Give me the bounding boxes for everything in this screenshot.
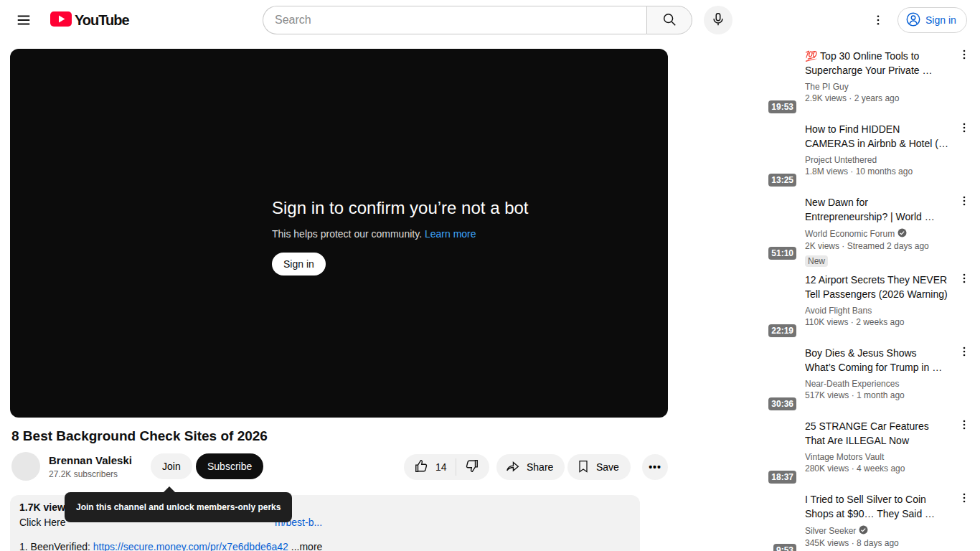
related-video-item[interactable]: 30:36 Boy Dies & Jesus Shows What’s Comi… bbox=[679, 346, 973, 413]
duration-badge: 13:25 bbox=[768, 174, 796, 187]
youtube-logo-text: YouTube bbox=[75, 12, 129, 29]
video-thumbnail[interactable]: 19:53 bbox=[679, 49, 799, 116]
related-channel-row[interactable]: Avoid Flight Bans bbox=[805, 306, 948, 316]
learn-more-link[interactable]: Learn more bbox=[425, 228, 476, 240]
signin-button[interactable]: Sign in bbox=[897, 7, 967, 33]
overlay-title: Sign in to confirm you’re not a bot bbox=[272, 198, 529, 218]
related-video-title[interactable]: 25 STRANGE Car Features That Are ILLEGAL… bbox=[805, 419, 948, 448]
topbar-kebab-icon[interactable] bbox=[870, 11, 887, 29]
related-channel-name: Avoid Flight Bans bbox=[805, 306, 872, 316]
save-button[interactable]: Save bbox=[567, 454, 631, 480]
duration-badge: 9:53 bbox=[773, 544, 796, 551]
related-channel-row[interactable]: World Economic Forum bbox=[805, 228, 948, 240]
related-video-item[interactable]: 22:19 12 Airport Secrets They NEVER Tell… bbox=[679, 273, 973, 340]
share-icon bbox=[505, 458, 521, 476]
view-count: 1.7K view bbox=[19, 501, 65, 513]
channel-avatar[interactable] bbox=[11, 452, 40, 481]
related-kebab-icon[interactable] bbox=[956, 419, 973, 436]
video-thumbnail[interactable]: 9:53 bbox=[679, 492, 799, 551]
video-thumbnail[interactable]: 13:25 bbox=[679, 122, 799, 189]
duration-badge: 30:36 bbox=[768, 397, 796, 410]
related-kebab-icon[interactable] bbox=[956, 492, 973, 509]
share-button[interactable]: Share bbox=[496, 454, 565, 480]
save-label: Save bbox=[596, 461, 619, 473]
channel-name[interactable]: Brennan Valeski bbox=[49, 454, 132, 466]
top-app-bar: YouTube Sign in bbox=[0, 0, 980, 40]
related-video-title[interactable]: How to Find HIDDEN CAMERAS in Airbnb & H… bbox=[805, 122, 948, 151]
duration-badge: 51:10 bbox=[768, 247, 796, 260]
related-channel-row[interactable]: Vintage Motors Vault bbox=[805, 452, 948, 462]
related-video-title[interactable]: New Dawn for Entrepreneurship? | World … bbox=[805, 195, 948, 224]
video-thumbnail[interactable]: 51:10 bbox=[679, 195, 799, 263]
channel-row: Brennan Valeski 27.2K subscribers Join S… bbox=[0, 452, 668, 482]
video-details: I Tried to Sell Silver to Coin Shops at … bbox=[805, 492, 950, 551]
related-video-item[interactable]: 13:25 How to Find HIDDEN CAMERAS in Airb… bbox=[679, 122, 973, 189]
related-kebab-icon[interactable] bbox=[956, 273, 973, 290]
video-title: 8 Best Background Check Sites of 2026 bbox=[11, 428, 657, 444]
related-video-meta: 110K views · 2 weeks ago bbox=[805, 317, 948, 327]
dislike-button[interactable] bbox=[456, 454, 489, 480]
related-video-title[interactable]: I Tried to Sell Silver to Coin Shops at … bbox=[805, 492, 948, 521]
beenverified-link[interactable]: https://secure.money.com/pr/x7e6dbde6a42 bbox=[93, 541, 288, 551]
related-video-meta: 2K views · Streamed 2 days ago bbox=[805, 241, 948, 251]
new-badge: New bbox=[805, 255, 828, 267]
related-videos-sidebar: 19:53 💯 Top 30 Online Tools to Superchar… bbox=[679, 49, 973, 551]
related-channel-name: World Economic Forum bbox=[805, 229, 895, 239]
related-video-item[interactable]: 19:53 💯 Top 30 Online Tools to Superchar… bbox=[679, 49, 973, 116]
related-kebab-icon[interactable] bbox=[956, 49, 973, 66]
signin-label: Sign in bbox=[925, 14, 956, 26]
share-label: Share bbox=[527, 461, 553, 473]
related-video-item[interactable]: 18:37 25 STRANGE Car Features That Are I… bbox=[679, 419, 973, 486]
mic-icon bbox=[710, 11, 726, 29]
related-channel-name: Near-Death Experiences bbox=[805, 379, 899, 389]
related-video-meta: 2.9K views · 2 years ago bbox=[805, 93, 948, 103]
overlay-signin-button[interactable]: Sign in bbox=[272, 253, 326, 276]
video-details: 12 Airport Secrets They NEVER Tell Passe… bbox=[805, 273, 950, 340]
related-channel-name: Silver Seeker bbox=[805, 526, 856, 536]
youtube-logo[interactable]: YouTube bbox=[50, 11, 129, 29]
hamburger-menu-icon[interactable] bbox=[14, 11, 33, 29]
like-button[interactable]: 14 bbox=[404, 454, 456, 480]
related-video-meta: 280K views · 4 weeks ago bbox=[805, 463, 948, 474]
thumbs-down-icon bbox=[463, 458, 479, 476]
related-channel-row[interactable]: Near-Death Experiences bbox=[805, 379, 948, 389]
related-kebab-icon[interactable] bbox=[956, 346, 973, 363]
related-video-item[interactable]: 9:53 I Tried to Sell Silver to Coin Shop… bbox=[679, 492, 973, 551]
related-video-item[interactable]: 51:10 New Dawn for Entrepreneurship? | W… bbox=[679, 195, 973, 267]
video-thumbnail[interactable]: 22:19 bbox=[679, 273, 799, 340]
join-button[interactable]: Join bbox=[151, 453, 192, 479]
related-channel-row[interactable]: The PI Guy bbox=[805, 82, 948, 92]
show-more-link[interactable]: ...more bbox=[288, 541, 322, 551]
verified-badge-icon bbox=[859, 525, 868, 537]
video-player[interactable]: Sign in to confirm you’re not a bot This… bbox=[10, 49, 668, 418]
video-details: New Dawn for Entrepreneurship? | World …… bbox=[805, 195, 950, 267]
video-thumbnail[interactable]: 18:37 bbox=[679, 419, 799, 486]
bot-check-overlay: Sign in to confirm you’re not a bot This… bbox=[272, 198, 529, 276]
like-count: 14 bbox=[435, 461, 447, 473]
search-input[interactable] bbox=[263, 6, 646, 34]
video-details: How to Find HIDDEN CAMERAS in Airbnb & H… bbox=[805, 122, 950, 189]
related-kebab-icon[interactable] bbox=[956, 195, 973, 212]
related-video-meta: 517K views · 1 month ago bbox=[805, 390, 948, 400]
video-thumbnail[interactable]: 30:36 bbox=[679, 346, 799, 413]
video-details: 💯 Top 30 Online Tools to Supercharge You… bbox=[805, 49, 950, 116]
search-button[interactable] bbox=[646, 6, 692, 34]
bookmark-icon bbox=[576, 459, 590, 476]
join-tooltip: Join this channel and unlock members-onl… bbox=[65, 492, 292, 522]
related-channel-row[interactable]: Project Untethered bbox=[805, 155, 948, 165]
mic-button[interactable] bbox=[704, 6, 732, 34]
verified-badge-icon bbox=[897, 228, 907, 240]
subscribe-button[interactable]: Subscribe bbox=[196, 453, 263, 479]
person-icon bbox=[905, 11, 921, 29]
search-bar bbox=[263, 6, 692, 34]
like-dislike-group: 14 bbox=[404, 454, 489, 480]
duration-badge: 19:53 bbox=[768, 100, 796, 113]
related-video-title[interactable]: 💯 Top 30 Online Tools to Supercharge You… bbox=[805, 49, 948, 77]
description-line: 1. BeenVerified: https://secure.money.co… bbox=[19, 541, 322, 551]
related-channel-row[interactable]: Silver Seeker bbox=[805, 525, 948, 537]
related-video-title[interactable]: Boy Dies & Jesus Shows What’s Coming for… bbox=[805, 346, 948, 375]
related-kebab-icon[interactable] bbox=[956, 122, 973, 139]
thumbs-up-icon bbox=[414, 458, 430, 476]
related-video-title[interactable]: 12 Airport Secrets They NEVER Tell Passe… bbox=[805, 273, 948, 301]
more-actions-button[interactable]: ••• bbox=[642, 454, 668, 480]
